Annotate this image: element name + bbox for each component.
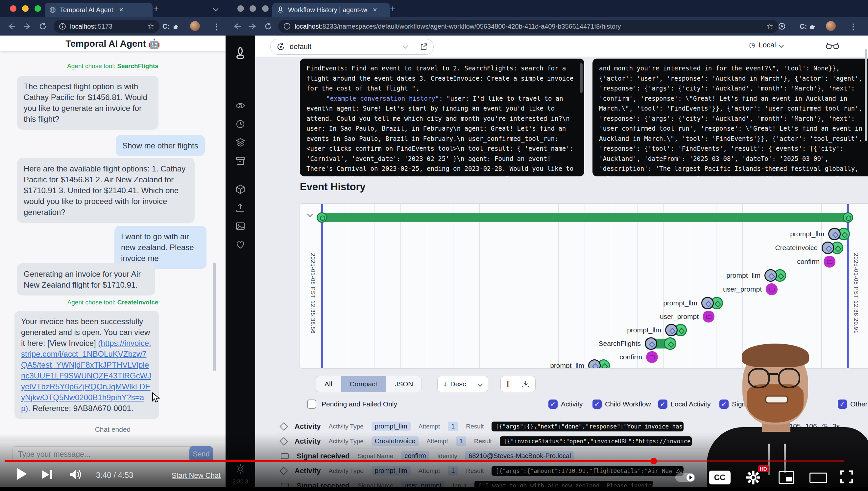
profile-avatar[interactable] <box>826 21 836 31</box>
pending-failed-checkbox[interactable] <box>307 400 316 409</box>
password-manager-icon[interactable] <box>778 22 786 30</box>
image-icon[interactable] <box>236 221 245 231</box>
sort-chevron-button[interactable] <box>472 376 488 392</box>
view-json-button[interactable]: JSON <box>386 376 422 392</box>
heart-icon[interactable] <box>236 239 245 250</box>
extensions-puzzle-icon[interactable] <box>809 22 817 30</box>
activity-icon-pair[interactable] <box>701 297 723 309</box>
timeline-event-label[interactable]: user_prompt <box>660 313 702 320</box>
activity-icon-pair[interactable] <box>822 241 843 254</box>
timeline-event-label[interactable]: prompt_llm <box>663 299 701 307</box>
activity-icon-pair[interactable] <box>828 228 850 240</box>
back-icon[interactable] <box>7 22 16 30</box>
site-info-icon[interactable] <box>59 23 66 30</box>
eye-icon[interactable] <box>236 101 245 111</box>
browser-menu-icon[interactable]: ⋮ <box>849 22 858 32</box>
timezone-select[interactable]: ◷ Local <box>749 41 783 49</box>
bookmark-star-icon[interactable]: ☆ <box>147 22 154 31</box>
video-progress-played[interactable] <box>5 460 653 462</box>
forward-icon[interactable] <box>23 22 32 30</box>
fullscreen-button[interactable] <box>839 469 854 484</box>
timeline-event-label[interactable]: CreateInvoice <box>775 244 821 252</box>
next-button[interactable] <box>42 470 52 479</box>
extension-ci-icon[interactable]: C: <box>800 22 807 30</box>
browser-menu-icon[interactable]: ⋮ <box>212 22 221 32</box>
miniplayer-button[interactable] <box>779 471 794 484</box>
tab-temporal-ai-agent[interactable]: Temporal AI Agent × <box>45 3 153 17</box>
bookmark-star-icon[interactable]: ☆ <box>766 22 773 31</box>
filter-local-activity-checkbox[interactable]: ✓ <box>658 400 668 409</box>
timeline-event-label[interactable]: user_prompt <box>723 285 765 293</box>
new-tab-button[interactable]: + <box>153 3 159 15</box>
close-window-button[interactable] <box>10 5 17 12</box>
volume-icon[interactable] <box>68 469 83 481</box>
timeline-event-label[interactable]: SearchFlights <box>599 340 644 348</box>
activity-icon-pair[interactable] <box>765 269 786 282</box>
archive-icon[interactable] <box>236 156 245 166</box>
workflow-input-code[interactable]: FindEvents: Find an event to travel to 2… <box>300 59 584 176</box>
filter-child-workflow-checkbox[interactable]: ✓ <box>592 400 602 409</box>
back-icon[interactable] <box>233 22 241 30</box>
signal-icon[interactable] <box>646 351 658 363</box>
timeline-event-label[interactable]: confirm <box>797 258 823 266</box>
video-progress-remaining[interactable] <box>653 460 844 462</box>
activity-icon-pair[interactable] <box>665 324 687 336</box>
view-all-button[interactable]: All <box>316 376 341 392</box>
upload-icon[interactable] <box>236 203 245 212</box>
zoom-window-button[interactable] <box>34 5 41 12</box>
play-button[interactable] <box>17 468 27 480</box>
invoice-link[interactable]: (https://invoice.stripe.com/i/acct_1NBOL… <box>21 339 151 413</box>
reload-icon[interactable] <box>39 22 47 30</box>
temporal-logo[interactable] <box>233 47 248 61</box>
captions-button[interactable]: CC <box>709 470 731 484</box>
filter-activity-checkbox[interactable]: ✓ <box>549 400 558 409</box>
code-scrollbar[interactable] <box>580 63 583 93</box>
profile-avatar[interactable] <box>190 21 200 31</box>
extension-ci-icon[interactable]: C: <box>162 22 169 30</box>
signal-icon[interactable] <box>703 311 714 322</box>
labs-glasses-icon[interactable] <box>826 41 839 51</box>
activity-icon-pair[interactable] <box>588 359 610 369</box>
timeline-event-label[interactable]: prompt_llm <box>726 271 764 280</box>
cube-icon[interactable] <box>236 184 245 194</box>
namespace-select[interactable]: default <box>270 39 415 55</box>
video-scrubber-dot[interactable] <box>650 458 657 464</box>
namespace-external-link-button[interactable] <box>414 39 434 55</box>
sort-desc-button[interactable]: ↓Desc <box>438 376 472 392</box>
forward-icon[interactable] <box>249 22 257 30</box>
autoplay-toggle[interactable] <box>675 473 695 482</box>
view-compact-button[interactable]: Compact <box>341 376 386 392</box>
activity-span-icon[interactable] <box>645 337 676 350</box>
settings-gear-icon[interactable] <box>746 470 761 485</box>
workflow-start-icon[interactable] <box>317 212 327 223</box>
start-new-chat-link[interactable]: Start New Chat <box>172 471 221 480</box>
tab-list-chevron-icon[interactable] <box>214 6 218 12</box>
workflow-end-icon[interactable] <box>843 212 853 223</box>
timeline-event-label[interactable]: prompt_llm <box>790 230 828 238</box>
minimize-window-button[interactable] <box>250 5 256 12</box>
download-button[interactable] <box>516 376 535 392</box>
signal-icon[interactable] <box>766 283 778 295</box>
timeline-event-label[interactable]: prompt_llm <box>627 326 664 334</box>
timeline-event-label[interactable]: prompt_llm <box>550 362 588 369</box>
pause-button[interactable]: ‖ <box>501 376 516 392</box>
close-window-button[interactable] <box>237 5 244 12</box>
address-bar[interactable]: localhost:8233/namespaces/default/workfl… <box>278 20 779 33</box>
address-bar[interactable]: localhost:5173 ☆ <box>54 20 159 33</box>
chat-scrollbar[interactable] <box>213 263 216 371</box>
workflow-execution-bar[interactable] <box>322 213 848 222</box>
extensions-puzzle-icon[interactable] <box>172 22 180 30</box>
tab-close-icon[interactable]: × <box>373 6 377 14</box>
history-clock-icon[interactable] <box>236 119 245 129</box>
zoom-window-button[interactable] <box>262 5 269 12</box>
tab-workflow-history[interactable]: Workflow History | agent-wor × <box>272 3 390 17</box>
timeline-event-label[interactable]: confirm <box>619 353 645 361</box>
reload-icon[interactable] <box>265 22 272 30</box>
signal-icon[interactable] <box>824 256 835 267</box>
tab-close-icon[interactable]: × <box>119 6 123 14</box>
timeline-collapse-chevron-icon[interactable] <box>307 211 313 217</box>
layers-icon[interactable] <box>236 138 245 147</box>
workflow-result-code[interactable]: and month you're interested in for the e… <box>592 59 868 176</box>
site-info-icon[interactable] <box>283 23 291 30</box>
new-tab-button[interactable]: + <box>390 3 396 15</box>
